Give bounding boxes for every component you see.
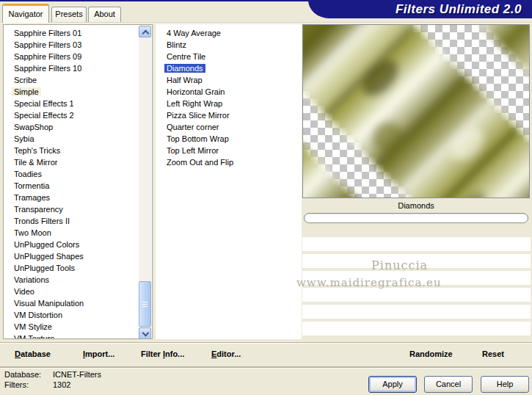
filter-item[interactable]: Zoom Out and Flip	[156, 156, 302, 168]
cancel-button[interactable]: Cancel	[424, 376, 473, 393]
category-item[interactable]: VM Texture	[4, 333, 139, 339]
category-item[interactable]: Sapphire Filters 09	[4, 51, 139, 62]
filters-unlimited-dialog: Filters Unlimited 2.0 Navigator Presets …	[0, 0, 532, 395]
filter-item-label: Left Right Wrap	[164, 99, 225, 108]
category-item-label: VM Texture	[12, 334, 57, 339]
filter-item[interactable]: Half Wrap	[156, 74, 302, 86]
filter-item[interactable]: Centre Tile	[156, 51, 302, 62]
tab-about[interactable]: About	[88, 7, 121, 22]
category-item[interactable]: SwapShop	[4, 121, 139, 133]
category-item-label: Variations	[12, 275, 51, 284]
category-item-label: Sapphire Filters 03	[12, 40, 84, 49]
category-item-label: UnPlugged Colors	[12, 240, 81, 249]
categories-scrollbar[interactable]	[139, 26, 151, 339]
category-item[interactable]: Special Effects 2	[4, 109, 139, 121]
filter-item[interactable]: Top Left Mirror	[156, 145, 302, 156]
category-item-label: Simple	[12, 87, 41, 96]
category-item-label: VM Stylize	[12, 322, 54, 331]
category-item-label: Sybia	[12, 134, 37, 143]
footer-divider	[0, 366, 532, 368]
category-item-label: Special Effects 2	[12, 111, 76, 120]
watermark-author: Pinuccia	[371, 258, 428, 272]
filter-item-label: Blintz	[164, 40, 189, 49]
category-item-label: Tronds Filters II	[12, 217, 72, 225]
category-item[interactable]: Special Effects 1	[4, 98, 139, 109]
category-item[interactable]: Sapphire Filters 01	[4, 27, 139, 39]
category-items: Sapphire Filters 01Sapphire Filters 03Sa…	[4, 27, 139, 339]
category-item[interactable]: Toadies	[4, 168, 139, 180]
filter-item[interactable]: Left Right Wrap	[156, 98, 302, 109]
preview-panel: Diamonds Pinuccia www.maidiregrafica.eu	[302, 22, 532, 344]
category-item[interactable]: UnPlugged Colors	[4, 239, 139, 250]
category-item-label: SwapShop	[12, 123, 55, 131]
scroll-down-button[interactable]	[139, 327, 151, 339]
filter-item-label: 4 Way Average	[164, 29, 223, 37]
scroll-up-button[interactable]	[139, 26, 151, 37]
category-item[interactable]: Variations	[4, 274, 139, 286]
category-item[interactable]: Sybia	[4, 133, 139, 145]
database-menu-button[interactable]: Database	[15, 349, 51, 358]
help-button[interactable]: Help	[481, 376, 529, 393]
apply-button[interactable]: Apply	[368, 376, 417, 393]
tab-navigator[interactable]: Navigator	[2, 4, 49, 23]
filter-info-menu-button[interactable]: Filter Info...	[141, 349, 184, 358]
tab-navigator-label: Navigator	[8, 10, 43, 18]
category-item[interactable]: UnPlugged Shapes	[4, 250, 139, 262]
category-list: Sapphire Filters 01Sapphire Filters 03Sa…	[3, 24, 153, 339]
category-item-label: Two Moon	[12, 228, 54, 237]
thumb-grip	[142, 302, 147, 302]
filter-item[interactable]: Diamonds	[156, 62, 302, 74]
import-menu-button[interactable]: Import...	[83, 349, 114, 358]
category-item[interactable]: Tormentia	[4, 180, 139, 192]
category-item[interactable]: Tile & Mirror	[4, 156, 139, 168]
filter-item-label: Zoom Out and Flip	[164, 158, 236, 167]
category-item-label: Scribe	[12, 76, 39, 84]
filter-item[interactable]: 4 Way Average	[156, 27, 302, 39]
app-title: Filters Unlimited 2.0	[396, 1, 522, 18]
filter-item[interactable]: Quarter corner	[156, 121, 302, 133]
category-item[interactable]: Video	[4, 286, 139, 297]
category-item-label: Video	[12, 287, 37, 296]
watermark-site: www.maidiregrafica.eu	[296, 276, 442, 289]
category-item[interactable]: Tramages	[4, 192, 139, 203]
thumb-grip	[142, 304, 147, 305]
filter-item[interactable]: Horizontal Grain	[156, 86, 302, 98]
database-label: Database:	[4, 370, 41, 379]
category-item-label: Visual Manipulation	[12, 299, 86, 308]
tab-presets[interactable]: Presets	[51, 7, 87, 22]
reset-button[interactable]: Reset	[482, 349, 504, 358]
category-item[interactable]: Scribe	[4, 74, 139, 86]
category-item[interactable]: Visual Manipulation	[4, 297, 139, 309]
category-item[interactable]: Teph's Tricks	[4, 145, 139, 156]
filter-item-label: Top Bottom Wrap	[164, 134, 231, 143]
category-item[interactable]: Sapphire Filters 03	[4, 39, 139, 51]
filter-items: 4 Way AverageBlintzCentre TileDiamondsHa…	[156, 27, 302, 168]
scrollbar-thumb[interactable]	[139, 281, 151, 327]
filter-item-label: Quarter corner	[164, 123, 222, 131]
category-item[interactable]: Transparency	[4, 203, 139, 215]
category-item[interactable]: Simple	[4, 86, 139, 98]
randomize-button[interactable]: Randomize	[409, 349, 453, 358]
editor-menu-button[interactable]: Editor...	[211, 349, 241, 358]
chevron-down-icon	[142, 330, 150, 337]
category-item[interactable]: VM Stylize	[4, 321, 139, 333]
category-item-label: Toadies	[12, 170, 44, 178]
chevron-up-icon	[142, 30, 150, 37]
filter-item[interactable]: Top Bottom Wrap	[156, 133, 302, 145]
category-item[interactable]: Two Moon	[4, 227, 139, 239]
filter-item-label: Diamonds	[164, 64, 205, 73]
filter-item[interactable]: Blintz	[156, 39, 302, 51]
tab-about-label: About	[94, 10, 115, 18]
category-item[interactable]: VM Distortion	[4, 309, 139, 321]
category-item[interactable]: UnPlugged Tools	[4, 262, 139, 274]
category-item-label: VM Distortion	[12, 311, 65, 319]
filter-item-label: Pizza Slice Mirror	[164, 111, 232, 120]
filter-list: 4 Way AverageBlintzCentre TileDiamondsHa…	[156, 24, 302, 339]
category-item[interactable]: Sapphire Filters 10	[4, 62, 139, 74]
progress-bar	[304, 213, 528, 223]
filter-item[interactable]: Pizza Slice Mirror	[156, 109, 302, 121]
category-item[interactable]: Tronds Filters II	[4, 215, 139, 227]
category-item-label: Sapphire Filters 01	[12, 29, 84, 37]
category-item-label: Tile & Mirror	[12, 158, 59, 167]
category-item-label: Teph's Tricks	[12, 146, 62, 155]
